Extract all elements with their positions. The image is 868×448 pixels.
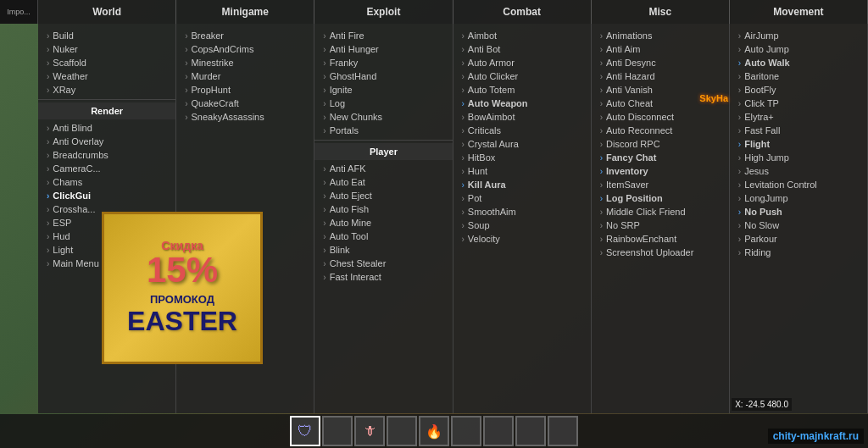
world-item-breadcrumbs[interactable]: ›Breadcrumbs [38, 148, 175, 162]
move-item-no-slow[interactable]: ›No Slow [730, 218, 867, 232]
move-item-parkour[interactable]: ›Parkour [730, 232, 867, 246]
hotbar-slot-1[interactable]: 🛡 [290, 416, 320, 446]
misc-item-inventory[interactable]: ›Inventory [592, 164, 729, 178]
exploit-item-blink[interactable]: ›Blink [314, 243, 452, 257]
move-item-airjump[interactable]: ›AirJump [730, 29, 867, 42]
hotbar-slot-3[interactable]: 🗡 [354, 416, 385, 446]
exploit-item-anti-fire[interactable]: ›Anti Fire [314, 29, 452, 42]
slot1-icon: 🛡 [298, 423, 313, 440]
move-item-auto-jump[interactable]: ›Auto Jump [730, 42, 867, 56]
world-item-xray[interactable]: ›XRay [38, 83, 175, 97]
misc-item-anti-hazard[interactable]: ›Anti Hazard [592, 69, 729, 83]
move-item-elytra[interactable]: ›Elytra+ [730, 110, 867, 124]
exploit-item-auto-mine[interactable]: ›Auto Mine [314, 216, 452, 230]
mini-item-breaker[interactable]: ›Breaker [176, 29, 314, 42]
move-item-high-jump[interactable]: ›High Jump [730, 151, 867, 164]
move-item-fast-fall[interactable]: ›Fast Fall [730, 124, 867, 137]
exploit-item-auto-eject[interactable]: ›Auto Eject [314, 189, 452, 202]
mini-item-murder[interactable]: ›Murder [176, 69, 314, 83]
menu-minigame[interactable]: Minigame [176, 0, 314, 24]
mini-item-minestrike[interactable]: ›Minestrike [176, 56, 314, 69]
move-item-flight[interactable]: ›Flight [730, 137, 867, 151]
exploit-item-ghosthand[interactable]: ›GhostHand [314, 69, 452, 83]
combat-item-hitbox[interactable]: ›HitBox [453, 151, 591, 164]
misc-item-anti-desync[interactable]: ›Anti Desync [592, 56, 729, 69]
combat-item-criticals[interactable]: ›Criticals [453, 124, 591, 137]
misc-item-auto-disconnect[interactable]: ›Auto Disconnect [592, 110, 729, 124]
move-item-click-tp[interactable]: ›Click TP [730, 97, 867, 110]
misc-item-discord-rpc[interactable]: ›Discord RPC [592, 137, 729, 151]
hotbar-slot-4[interactable] [387, 416, 417, 446]
world-item-anti-blind[interactable]: ›Anti Blind [38, 121, 175, 135]
exploit-item-chest-stealer[interactable]: ›Chest Stealer [314, 257, 452, 270]
combat-item-bow-aimbot[interactable]: ›BowAimbot [453, 110, 591, 124]
hotbar-slot-6[interactable] [451, 416, 481, 446]
combat-item-auto-totem[interactable]: ›Auto Totem [453, 83, 591, 97]
move-item-levitation[interactable]: ›Levitation Control [730, 178, 867, 191]
combat-item-smooth-aim[interactable]: ›SmoothAim [453, 205, 591, 218]
exploit-item-portals[interactable]: ›Portals [314, 124, 452, 137]
combat-item-soup[interactable]: ›Soup [453, 218, 591, 232]
combat-item-crystal-aura[interactable]: ›Crystal Aura [453, 137, 591, 151]
world-item-build[interactable]: ›Build [38, 29, 175, 42]
misc-item-no-srp[interactable]: ›No SRP [592, 218, 729, 232]
move-item-baritone[interactable]: ›Baritone [730, 69, 867, 83]
combat-item-anti-bot[interactable]: ›Anti Bot [453, 42, 591, 56]
misc-item-animations[interactable]: ›Animations [592, 29, 729, 42]
world-item-weather[interactable]: ›Weather [38, 69, 175, 83]
world-item-scaffold[interactable]: ›Scaffold [38, 56, 175, 69]
misc-item-auto-reconnect[interactable]: ›Auto Reconnect [592, 124, 729, 137]
hotbar-slot-5[interactable]: 🔥 [419, 416, 449, 446]
move-item-no-push[interactable]: ›No Push [730, 205, 867, 218]
exploit-item-fast-interact[interactable]: ›Fast Interact [314, 270, 452, 284]
world-item-camerac[interactable]: ›CameraC... [38, 162, 175, 175]
move-item-longjump[interactable]: ›LongJump [730, 191, 867, 205]
combat-item-auto-armor[interactable]: ›Auto Armor [453, 56, 591, 69]
mini-item-prophunt[interactable]: ›PropHunt [176, 83, 314, 97]
menu-world[interactable]: World [38, 0, 176, 24]
misc-item-fancy-chat[interactable]: ›Fancy Chat [592, 151, 729, 164]
move-item-bootfly[interactable]: ›BootFly [730, 83, 867, 97]
exploit-item-ignite[interactable]: ›Ignite [314, 83, 452, 97]
menu-exploit[interactable]: Exploit [314, 0, 453, 24]
world-item-anti-overlay[interactable]: ›Anti Overlay [38, 135, 175, 148]
misc-item-middle-click[interactable]: ›Middle Click Friend [592, 205, 729, 218]
menu-movement[interactable]: Movement [730, 0, 868, 24]
world-item-nuker[interactable]: ›Nuker [38, 42, 175, 56]
exploit-item-auto-tool[interactable]: ›Auto Tool [314, 230, 452, 243]
exploit-item-anti-afk[interactable]: ›Anti AFK [314, 162, 452, 175]
combat-item-auto-clicker[interactable]: ›Auto Clicker [453, 69, 591, 83]
combat-item-aimbot[interactable]: ›Aimbot [453, 29, 591, 42]
exploit-item-franky[interactable]: ›Franky [314, 56, 452, 69]
exploit-item-auto-fish[interactable]: ›Auto Fish [314, 202, 452, 216]
misc-item-rainbow-enchant[interactable]: ›RainbowEnchant [592, 232, 729, 246]
combat-column: ›Aimbot ›Anti Bot ›Auto Armor ›Auto Clic… [453, 24, 592, 413]
world-item-chams[interactable]: ›Chams [38, 175, 175, 189]
hotbar-slot-9[interactable] [548, 416, 578, 446]
combat-item-auto-weapon[interactable]: ›Auto Weapon [453, 97, 591, 110]
hotbar-slot-7[interactable] [483, 416, 514, 446]
combat-item-hunt[interactable]: ›Hunt [453, 164, 591, 178]
mini-item-sneaky[interactable]: ›SneakyAssassins [176, 110, 314, 124]
exploit-item-anti-hunger[interactable]: ›Anti Hunger [314, 42, 452, 56]
move-item-auto-walk[interactable]: ›Auto Walk [730, 56, 867, 69]
mini-item-quakecraft[interactable]: ›QuakeCraft [176, 97, 314, 110]
misc-item-screenshot[interactable]: ›Screenshot Uploader [592, 246, 729, 259]
misc-item-anti-aim[interactable]: ›Anti Aim [592, 42, 729, 56]
misc-item-item-saver[interactable]: ›ItemSaver [592, 178, 729, 191]
menu-misc[interactable]: Misc [592, 0, 730, 24]
move-item-jesus[interactable]: ›Jesus [730, 164, 867, 178]
move-item-riding[interactable]: ›Riding [730, 246, 867, 259]
combat-item-kill-aura[interactable]: ›Kill Aura [453, 178, 591, 191]
misc-item-log-position[interactable]: ›Log Position [592, 191, 729, 205]
exploit-item-new-chunks[interactable]: ›New Chunks [314, 110, 452, 124]
hotbar-slot-2[interactable] [322, 416, 353, 446]
combat-item-pot[interactable]: ›Pot [453, 191, 591, 205]
exploit-item-auto-eat[interactable]: ›Auto Eat [314, 175, 452, 189]
hotbar-slot-8[interactable] [515, 416, 546, 446]
exploit-item-log[interactable]: ›Log [314, 97, 452, 110]
menu-combat[interactable]: Combat [453, 0, 592, 24]
mini-item-copsandcrims[interactable]: ›CopsAndCrims [176, 42, 314, 56]
combat-item-velocity[interactable]: ›Velocity [453, 232, 591, 246]
world-item-clickgui[interactable]: ›ClickGui [38, 189, 175, 202]
